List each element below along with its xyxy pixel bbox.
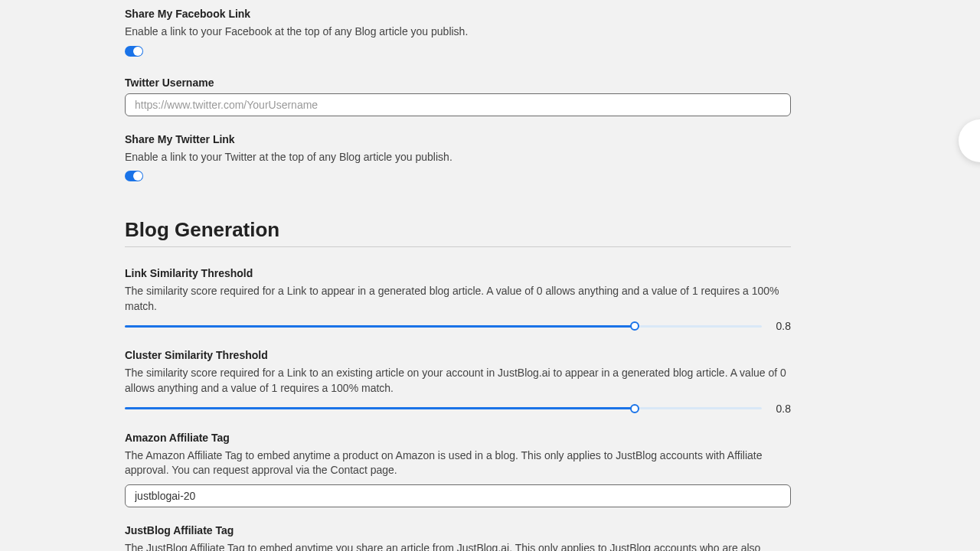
link-threshold-desc: The similarity score required for a Link… bbox=[125, 284, 791, 314]
facebook-share-label: Share My Facebook Link bbox=[125, 8, 791, 20]
slider-fill bbox=[125, 407, 635, 409]
facebook-share-desc: Enable a link to your Facebook at the to… bbox=[125, 24, 791, 40]
twitter-share-group: Share My Twitter Link Enable a link to y… bbox=[125, 133, 791, 185]
justblog-tag-desc: The JustBlog Affiliate Tag to embed anyt… bbox=[125, 541, 791, 551]
link-threshold-group: Link Similarity Threshold The similarity… bbox=[125, 267, 791, 332]
justblog-tag-label: JustBlog Affiliate Tag bbox=[125, 524, 791, 536]
slider-thumb[interactable] bbox=[630, 404, 639, 413]
chat-bubble-icon[interactable] bbox=[959, 119, 980, 162]
justblog-tag-group: JustBlog Affiliate Tag The JustBlog Affi… bbox=[125, 524, 791, 551]
cluster-threshold-slider[interactable] bbox=[125, 403, 762, 414]
twitter-share-desc: Enable a link to your Twitter at the top… bbox=[125, 150, 791, 165]
amazon-tag-group: Amazon Affiliate Tag The Amazon Affiliat… bbox=[125, 432, 791, 507]
settings-content: Share My Facebook Link Enable a link to … bbox=[125, 0, 791, 551]
cluster-threshold-group: Cluster Similarity Threshold The similar… bbox=[125, 349, 791, 414]
slider-thumb[interactable] bbox=[630, 321, 639, 331]
link-threshold-slider-row: 0.8 bbox=[125, 320, 791, 332]
blog-generation-heading: Blog Generation bbox=[125, 218, 791, 242]
link-threshold-slider[interactable] bbox=[125, 321, 762, 331]
cluster-threshold-label: Cluster Similarity Threshold bbox=[125, 349, 791, 361]
twitter-username-input[interactable] bbox=[125, 93, 791, 116]
link-threshold-value: 0.8 bbox=[773, 320, 791, 332]
cluster-threshold-slider-row: 0.8 bbox=[125, 403, 791, 415]
facebook-share-toggle[interactable] bbox=[125, 46, 143, 57]
cluster-threshold-value: 0.8 bbox=[773, 403, 791, 415]
section-divider bbox=[125, 246, 791, 247]
twitter-share-label: Share My Twitter Link bbox=[125, 133, 791, 145]
facebook-share-group: Share My Facebook Link Enable a link to … bbox=[125, 8, 791, 60]
cluster-threshold-desc: The similarity score required for a Link… bbox=[125, 366, 791, 396]
twitter-share-toggle[interactable] bbox=[125, 171, 143, 181]
amazon-tag-input[interactable] bbox=[125, 484, 791, 507]
amazon-tag-desc: The Amazon Affiliate Tag to embed anytim… bbox=[125, 448, 791, 478]
amazon-tag-label: Amazon Affiliate Tag bbox=[125, 432, 791, 444]
twitter-username-label: Twitter Username bbox=[125, 77, 791, 89]
slider-fill bbox=[125, 325, 635, 328]
link-threshold-label: Link Similarity Threshold bbox=[125, 267, 791, 279]
twitter-username-group: Twitter Username bbox=[125, 77, 791, 116]
